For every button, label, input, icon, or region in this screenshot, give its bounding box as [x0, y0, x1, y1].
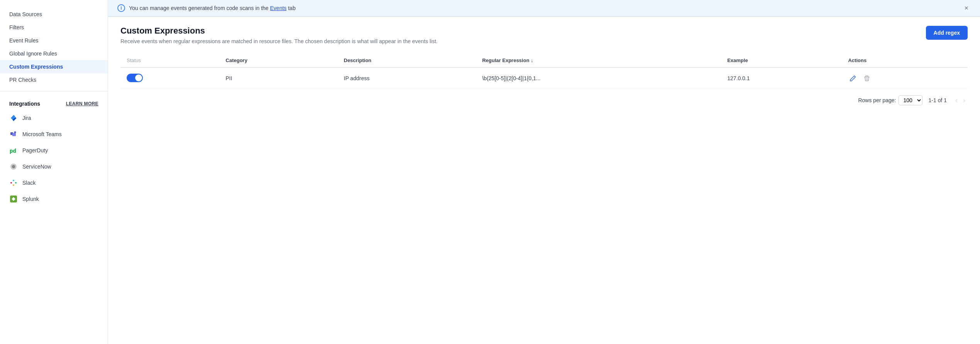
sidebar: Data Sources Filters Event Rules Global … [0, 0, 108, 344]
splunk-icon [9, 195, 18, 203]
sidebar-item-pagerduty[interactable]: pd PagerDuty [0, 142, 108, 159]
page-header: Custom Expressions Receive events when r… [120, 26, 968, 44]
row-description-cell: IP address [337, 67, 476, 89]
col-header-actions: Actions [842, 54, 968, 67]
integration-label: Jira [22, 115, 31, 121]
sidebar-item-pr-checks[interactable]: PR Checks [0, 73, 108, 86]
info-banner: i You can manage events generated from c… [108, 0, 980, 17]
sidebar-item-label: Event Rules [9, 37, 38, 44]
banner-close-button[interactable]: × [962, 4, 971, 12]
page-info: 1-1 of 1 [929, 97, 947, 103]
sidebar-item-label: Global Ignore Rules [9, 51, 57, 57]
page-subtitle: Receive events when regular expressions … [120, 38, 438, 44]
sidebar-item-slack[interactable]: Slack [0, 175, 108, 191]
row-category-cell: PII [219, 67, 337, 89]
sidebar-divider [0, 91, 108, 91]
rows-per-page: Rows per page: 100 50 25 [858, 95, 922, 105]
integration-label: PagerDuty [22, 147, 48, 153]
svg-rect-9 [13, 184, 14, 186]
delete-button[interactable] [862, 73, 872, 83]
integration-label: Splunk [22, 196, 39, 202]
custom-expressions-table: Status Category Description Regular Expr… [120, 54, 968, 89]
svg-rect-6 [10, 182, 12, 184]
sidebar-item-splunk[interactable]: Splunk [0, 191, 108, 207]
info-banner-left: i You can manage events generated from c… [117, 4, 295, 12]
sidebar-item-microsoft-teams[interactable]: Microsoft Teams [0, 126, 108, 142]
col-header-category: Category [219, 54, 337, 67]
sidebar-item-data-sources[interactable]: Data Sources [0, 8, 108, 21]
rows-per-page-label: Rows per page: [858, 97, 896, 103]
sidebar-item-label: Filters [9, 24, 24, 30]
banner-text: You can manage events generated from cod… [129, 5, 295, 11]
integrations-title: Integrations [9, 101, 40, 107]
row-regex: \b(25[0-5]|(2[0-4]|1{0,1... [482, 75, 541, 81]
page-body: Custom Expressions Receive events when r… [108, 17, 980, 115]
sidebar-item-event-rules[interactable]: Event Rules [0, 34, 108, 47]
slack-icon [9, 179, 18, 187]
row-example: 127.0.0.1 [727, 75, 749, 81]
main-content: i You can manage events generated from c… [108, 0, 980, 344]
page-nav: ‹ › [953, 96, 968, 105]
row-category: PII [226, 75, 232, 81]
col-header-example: Example [721, 54, 842, 67]
sidebar-item-label: PR Checks [9, 77, 36, 83]
row-description: IP address [344, 75, 370, 81]
pagerduty-icon: pd [9, 146, 18, 155]
integrations-section-header: Integrations LEARN MORE [0, 96, 108, 110]
svg-rect-8 [15, 182, 17, 184]
edit-button[interactable] [848, 73, 858, 83]
row-example-cell: 127.0.0.1 [721, 67, 842, 89]
microsoft-teams-icon [9, 130, 18, 138]
events-link[interactable]: Events [270, 5, 287, 11]
integration-label: Slack [22, 180, 36, 186]
sidebar-item-servicenow[interactable]: ServiceNow [0, 159, 108, 175]
row-regex-cell: \b(25[0-5]|(2[0-4]|1{0,1... [476, 67, 721, 89]
sort-indicator: ↓ [531, 57, 533, 63]
servicenow-icon [9, 162, 18, 171]
svg-text:pd: pd [10, 148, 16, 154]
toggle-thumb [135, 74, 142, 81]
sidebar-item-filters[interactable]: Filters [0, 21, 108, 34]
col-header-regex[interactable]: Regular Expression ↓ [476, 54, 721, 67]
sidebar-item-global-ignore-rules[interactable]: Global Ignore Rules [0, 47, 108, 60]
add-regex-button[interactable]: Add regex [926, 26, 968, 40]
jira-icon [9, 114, 18, 122]
table-row: PII IP address \b(25[0-5]|(2[0-4]|1{0,1.… [120, 67, 968, 89]
row-status-cell [120, 67, 219, 89]
prev-page-button[interactable]: ‹ [953, 96, 960, 105]
next-page-button[interactable]: › [961, 96, 968, 105]
pagination-row: Rows per page: 100 50 25 1-1 of 1 ‹ › [120, 89, 968, 105]
svg-rect-1 [12, 133, 16, 136]
sidebar-item-label: Custom Expressions [9, 64, 63, 70]
svg-rect-7 [13, 180, 14, 181]
rows-per-page-select[interactable]: 100 50 25 [899, 95, 922, 105]
page-title: Custom Expressions [120, 26, 438, 36]
sidebar-item-custom-expressions[interactable]: Custom Expressions [0, 60, 108, 73]
action-icons [848, 73, 961, 83]
svg-point-5 [12, 165, 15, 168]
integration-label: ServiceNow [22, 164, 51, 170]
col-header-description: Description [337, 54, 476, 67]
svg-point-2 [14, 132, 16, 133]
page-title-section: Custom Expressions Receive events when r… [120, 26, 438, 44]
sidebar-item-label: Data Sources [9, 11, 42, 17]
integration-label: Microsoft Teams [22, 131, 62, 137]
info-icon: i [117, 4, 125, 12]
row-actions-cell [842, 67, 968, 89]
sidebar-item-jira[interactable]: Jira [0, 110, 108, 126]
learn-more-link[interactable]: LEARN MORE [66, 101, 98, 106]
col-header-status: Status [120, 54, 219, 67]
status-toggle[interactable] [127, 74, 143, 82]
